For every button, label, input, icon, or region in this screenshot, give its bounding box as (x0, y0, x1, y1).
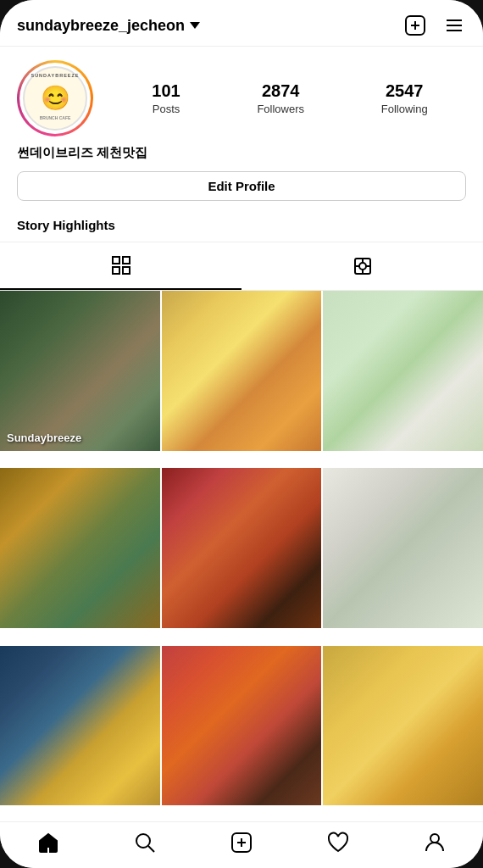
tab-grid[interactable] (0, 242, 242, 290)
avatar[interactable]: SUNDAYBREEZE 😊 BRUNCH CAFE (17, 60, 93, 136)
grid-item[interactable] (323, 291, 483, 451)
posts-grid: Sundaybreeze (0, 291, 483, 821)
nav-likes[interactable] (290, 831, 386, 854)
following-label: Following (381, 103, 428, 115)
posts-stat[interactable]: 101 Posts (152, 81, 180, 115)
grid-item-inner (162, 291, 322, 451)
chevron-down-icon (190, 22, 200, 29)
profile-section: SUNDAYBREEZE 😊 BRUNCH CAFE 101 Posts 287… (0, 47, 483, 211)
svg-point-16 (136, 834, 150, 848)
svg-rect-6 (113, 257, 119, 264)
logo-top-text: SUNDAYBREEZE (25, 73, 86, 78)
post-overlay-text: Sundaybreeze (7, 431, 81, 444)
grid-item-inner (0, 646, 160, 806)
grid-item[interactable] (0, 646, 160, 806)
nav-profile[interactable] (386, 831, 483, 854)
grid-item-inner (162, 468, 322, 628)
grid-item[interactable] (162, 468, 322, 628)
grid-item-inner (323, 291, 483, 451)
svg-point-11 (359, 263, 366, 270)
profile-top: SUNDAYBREEZE 😊 BRUNCH CAFE 101 Posts 287… (17, 60, 466, 136)
profile-logo: SUNDAYBREEZE 😊 BRUNCH CAFE (23, 66, 87, 131)
header-icons (403, 14, 466, 37)
stats-row: 101 Posts 2874 Followers 2547 Following (114, 81, 466, 115)
grid-item-inner (323, 468, 483, 628)
svg-rect-9 (123, 267, 130, 274)
nav-home[interactable] (0, 831, 97, 854)
phone-frame: sundaybreeze_jecheon (0, 0, 483, 868)
avatar-inner: SUNDAYBREEZE 😊 BRUNCH CAFE (19, 63, 91, 134)
followers-count: 2874 (262, 81, 300, 101)
logo-bottom-text: BRUNCH CAFE (25, 115, 86, 120)
username-dropdown[interactable]: sundaybreeze_jecheon (17, 17, 200, 35)
add-post-button[interactable] (403, 14, 427, 37)
edit-profile-button[interactable]: Edit Profile (17, 171, 466, 201)
app-header: sundaybreeze_jecheon (0, 0, 483, 47)
username-text: sundaybreeze_jecheon (17, 17, 185, 35)
profile-name: 썬데이브리즈 제천맛집 (17, 145, 466, 161)
posts-label: Posts (153, 103, 180, 115)
grid-item-inner (0, 468, 160, 628)
logo-sun-icon: 😊 (41, 86, 70, 110)
svg-rect-7 (123, 257, 130, 264)
story-highlights-title: Story Highlights (17, 218, 115, 232)
posts-count: 101 (152, 81, 180, 101)
svg-rect-8 (113, 267, 119, 274)
svg-line-17 (148, 846, 154, 852)
grid-item-inner (162, 646, 322, 806)
following-stat[interactable]: 2547 Following (381, 81, 428, 115)
grid-item[interactable] (323, 646, 483, 806)
story-highlights-section: Story Highlights (0, 211, 483, 242)
menu-button[interactable] (442, 14, 466, 37)
svg-point-21 (430, 834, 439, 843)
grid-item[interactable] (162, 646, 322, 806)
followers-stat[interactable]: 2874 Followers (257, 81, 304, 115)
grid-item[interactable] (323, 468, 483, 628)
grid-item[interactable] (162, 291, 322, 451)
tab-tagged[interactable] (242, 242, 483, 290)
content-tabs (0, 242, 483, 291)
followers-label: Followers (257, 103, 304, 115)
following-count: 2547 (386, 81, 424, 101)
nav-add[interactable] (193, 831, 290, 854)
bottom-navigation (0, 821, 483, 868)
grid-item[interactable] (0, 468, 160, 628)
nav-search[interactable] (97, 831, 193, 854)
grid-item[interactable]: Sundaybreeze (0, 291, 160, 451)
grid-item-inner: Sundaybreeze (0, 291, 160, 451)
grid-item-inner (323, 646, 483, 806)
